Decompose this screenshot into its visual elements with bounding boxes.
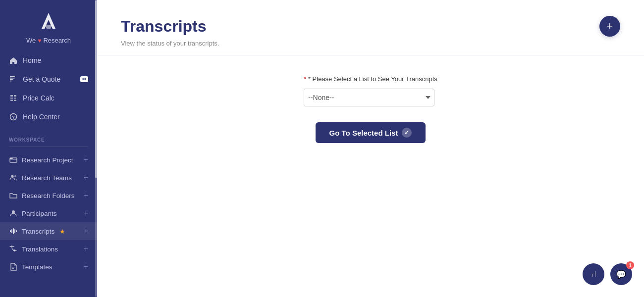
page-subtitle: View the status of your transcripts.: [121, 40, 620, 47]
help-icon: ?: [9, 112, 18, 121]
research-teams-label: Research Teams: [22, 174, 72, 182]
app-name: We ♥ Research: [26, 37, 71, 44]
nav-help-label: Help Center: [23, 113, 60, 121]
main-nav: Home Get a Quote ✉: [0, 51, 97, 130]
translations-label: Translations: [22, 246, 58, 253]
svg-rect-9: [14, 97, 16, 98]
translate-icon: [9, 245, 18, 253]
svg-point-18: [11, 175, 14, 178]
svg-text:?: ?: [12, 115, 15, 120]
required-marker: *: [304, 75, 306, 83]
quote-icon: [9, 75, 18, 84]
main-content: Transcripts + View the status of your tr…: [97, 0, 644, 297]
people-icon: [9, 173, 18, 182]
heart-icon: ♥: [38, 37, 41, 44]
svg-rect-8: [14, 95, 16, 96]
nav-item-help-center[interactable]: ? Help Center: [0, 107, 97, 126]
check-icon: ✓: [402, 128, 412, 138]
nav-calc-label: Price Calc: [23, 94, 54, 102]
nav-item-home[interactable]: Home: [0, 51, 97, 70]
select-list-label: * * Please Select a List to See Your Tra…: [304, 75, 437, 83]
svg-rect-27: [12, 268, 14, 269]
calc-icon: [9, 94, 18, 102]
research-project-label: Research Project: [22, 156, 73, 164]
go-to-selected-list-button[interactable]: Go To Selected List ✓: [316, 122, 426, 143]
svg-rect-25: [16, 230, 17, 232]
bottom-right-actions: ⑁ 💬 1: [583, 263, 632, 285]
sidebar-logo: We ♥ Research: [0, 0, 97, 51]
translations-add-icon[interactable]: +: [84, 245, 88, 253]
list-select[interactable]: --None--: [304, 89, 434, 106]
research-teams-add-icon[interactable]: +: [84, 174, 88, 182]
svg-rect-24: [14, 229, 15, 233]
person-icon: [9, 209, 18, 218]
list-select-group: * * Please Select a List to See Your Tra…: [304, 75, 437, 106]
waveform-icon: [9, 227, 18, 236]
svg-rect-11: [14, 99, 16, 99]
go-button-label: Go To Selected List: [329, 129, 398, 137]
workspace-divider: [9, 147, 88, 147]
chat-badge: 1: [626, 261, 634, 269]
select-list-label-text: * Please Select a List to See Your Trans…: [308, 75, 437, 83]
svg-rect-21: [10, 230, 11, 232]
chat-button[interactable]: 💬 1: [610, 263, 632, 285]
workspace-item-research-folders[interactable]: Research Folders +: [0, 187, 97, 204]
workspace-label: WORKSPACE: [0, 130, 97, 146]
chat-icon: 💬: [616, 270, 626, 279]
svg-marker-1: [45, 25, 52, 29]
page-body: * * Please Select a List to See Your Tra…: [97, 55, 644, 297]
logo-we: We: [26, 37, 36, 44]
file-icon: [9, 262, 18, 271]
svg-rect-4: [10, 79, 13, 80]
svg-rect-26: [12, 267, 15, 267]
workspace-item-transcripts[interactable]: Transcripts ★ +: [0, 222, 97, 240]
page-header: Transcripts + View the status of your tr…: [97, 0, 644, 55]
quote-badge: ✉: [80, 76, 88, 82]
workspace-item-research-teams[interactable]: Research Teams +: [0, 169, 97, 187]
add-transcript-button[interactable]: +: [599, 16, 620, 37]
transcripts-label: Transcripts: [22, 228, 54, 235]
nav-home-label: Home: [23, 56, 41, 64]
page-title: Transcripts: [121, 17, 207, 36]
nav-item-price-calc[interactable]: Price Calc: [0, 89, 97, 107]
research-folders-add-icon[interactable]: +: [84, 192, 88, 199]
app-logo-icon: [36, 9, 61, 35]
svg-point-19: [14, 175, 16, 177]
svg-point-20: [12, 210, 15, 213]
nav-item-get-a-quote[interactable]: Get a Quote ✉: [0, 70, 97, 89]
folder-open-icon: [9, 155, 18, 164]
svg-rect-6: [10, 95, 13, 96]
research-folders-label: Research Folders: [22, 192, 75, 199]
svg-rect-7: [10, 97, 13, 98]
logo-research: Research: [43, 37, 71, 44]
svg-rect-12: [10, 100, 13, 101]
home-icon: [9, 56, 18, 65]
research-project-add-icon[interactable]: +: [84, 156, 88, 164]
templates-add-icon[interactable]: +: [84, 263, 88, 271]
workspace-item-templates[interactable]: Templates +: [0, 258, 97, 276]
list-select-container: --None--: [304, 89, 434, 106]
accessibility-icon: ⑁: [591, 269, 596, 280]
nav-quote-label: Get a Quote: [23, 75, 60, 83]
transcripts-star-icon: ★: [59, 228, 65, 235]
sidebar: We ♥ Research Home Get a Q: [0, 0, 97, 297]
svg-rect-22: [11, 229, 12, 233]
workspace-item-translations[interactable]: Translations +: [0, 240, 97, 258]
accessibility-button[interactable]: ⑁: [583, 263, 604, 285]
folder-icon: [9, 191, 18, 200]
participants-label: Participants: [22, 210, 57, 217]
participants-add-icon[interactable]: +: [84, 209, 88, 217]
svg-rect-23: [13, 228, 14, 234]
svg-rect-10: [10, 99, 13, 99]
transcripts-add-icon[interactable]: +: [84, 227, 88, 235]
workspace-item-research-project[interactable]: Research Project +: [0, 151, 97, 169]
svg-rect-13: [14, 100, 16, 101]
workspace-item-participants[interactable]: Participants +: [0, 204, 97, 222]
templates-label: Templates: [22, 263, 53, 271]
